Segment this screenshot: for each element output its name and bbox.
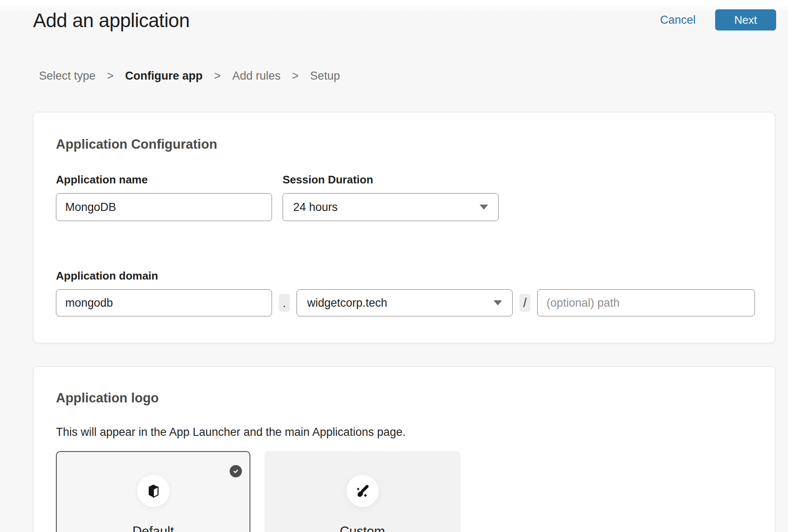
- session-duration-label: Session Duration: [283, 173, 499, 186]
- cube-icon: [137, 475, 169, 507]
- selected-check-icon: [230, 465, 242, 477]
- section-title-application-configuration: Application Configuration: [56, 136, 752, 152]
- breadcrumb-separator: >: [107, 69, 114, 83]
- breadcrumb: Select type > Configure app > Add rules …: [39, 69, 340, 83]
- subdomain-input[interactable]: [56, 289, 272, 316]
- paintbrush-icon: [347, 475, 379, 507]
- application-name-label: Application name: [56, 173, 272, 186]
- application-domain-label: Application domain: [56, 269, 752, 283]
- breadcrumb-separator: >: [214, 69, 221, 83]
- chevron-down-icon: [494, 300, 502, 305]
- domain-select[interactable]: widgetcorp.tech: [297, 289, 513, 316]
- section-title-application-logo: Application logo: [56, 390, 752, 406]
- application-name-field-group: Application name: [56, 173, 272, 221]
- breadcrumb-step-add-rules: Add rules: [232, 69, 280, 83]
- application-configuration-card: Application Configuration Application na…: [33, 112, 775, 343]
- application-name-input[interactable]: [56, 193, 272, 221]
- domain-select-value: widgetcorp.tech: [307, 296, 387, 310]
- name-duration-row: Application name Session Duration 24 hou…: [56, 173, 752, 221]
- session-duration-value: 24 hours: [293, 201, 338, 214]
- page-title: Add an application: [33, 8, 190, 33]
- application-logo-description: This will appear in the App Launcher and…: [56, 425, 752, 439]
- breadcrumb-step-configure-app: Configure app: [125, 69, 203, 83]
- breadcrumb-separator: >: [292, 69, 299, 83]
- application-logo-card: Application logo This will appear in the…: [33, 366, 775, 532]
- logo-options-row: Default Custom: [56, 451, 752, 532]
- logo-option-default[interactable]: Default: [56, 451, 250, 532]
- logo-option-default-label: Default: [57, 524, 250, 532]
- session-duration-field-group: Session Duration 24 hours: [283, 173, 499, 221]
- cancel-button[interactable]: Cancel: [660, 14, 696, 27]
- application-domain-row: . widgetcorp.tech /: [56, 289, 752, 316]
- session-duration-select[interactable]: 24 hours: [283, 193, 499, 221]
- header-actions: Cancel Next: [660, 9, 776, 30]
- logo-option-custom-label: Custom: [264, 524, 461, 532]
- path-input[interactable]: [537, 289, 755, 316]
- breadcrumb-step-select-type[interactable]: Select type: [39, 69, 96, 83]
- dot-separator: .: [279, 294, 290, 312]
- next-button[interactable]: Next: [715, 9, 776, 30]
- slash-separator: /: [519, 294, 530, 312]
- breadcrumb-step-setup: Setup: [310, 69, 340, 83]
- chevron-down-icon: [480, 205, 488, 210]
- logo-option-custom[interactable]: Custom: [264, 451, 461, 532]
